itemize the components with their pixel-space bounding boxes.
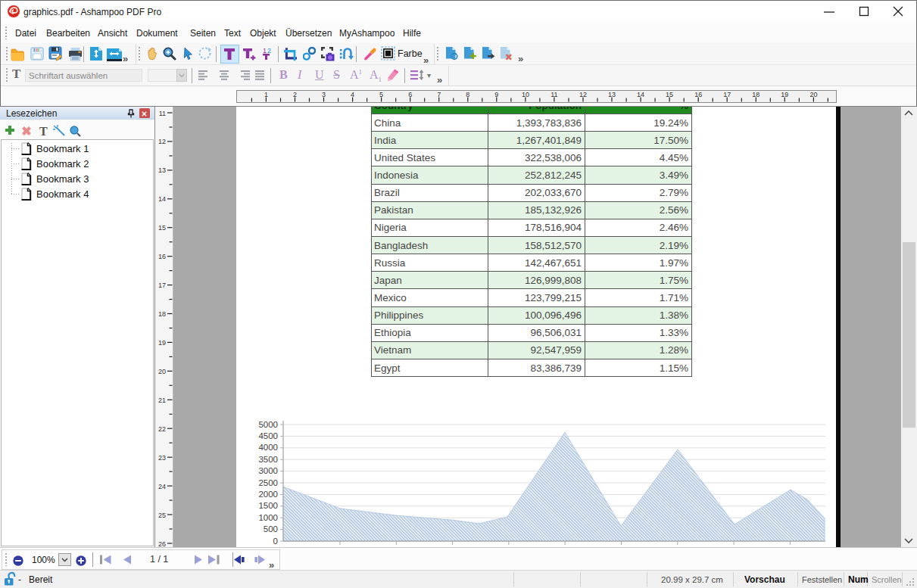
svg-text:3000: 3000 <box>258 466 278 475</box>
svg-text:16: 16 <box>694 91 702 98</box>
svg-text:17: 17 <box>158 282 166 289</box>
svg-text:13: 13 <box>608 91 616 98</box>
svg-text:18: 18 <box>752 91 759 98</box>
svg-text:19: 19 <box>781 91 788 98</box>
svg-text:1: 1 <box>264 91 268 98</box>
svg-text:14: 14 <box>158 195 166 203</box>
svg-text:7: 7 <box>437 91 441 98</box>
svg-text:1500: 1500 <box>258 501 278 510</box>
svg-text:5: 5 <box>379 91 383 98</box>
svg-text:16: 16 <box>158 253 166 260</box>
svg-text:9: 9 <box>494 91 498 98</box>
svg-text:21: 21 <box>158 397 166 404</box>
svg-text:3: 3 <box>322 91 326 98</box>
svg-text:8: 8 <box>466 91 469 98</box>
svg-text:1: 1 <box>263 47 267 54</box>
svg-text:1000: 1000 <box>258 513 278 522</box>
svg-text:11: 11 <box>159 110 166 117</box>
svg-text:25: 25 <box>158 512 166 519</box>
svg-text:2000: 2000 <box>258 490 278 499</box>
svg-text:T: T <box>39 125 48 138</box>
svg-text:5000: 5000 <box>258 420 278 429</box>
svg-text:10: 10 <box>522 91 529 98</box>
svg-text:20: 20 <box>158 368 166 375</box>
svg-text:19: 19 <box>158 339 166 347</box>
svg-text:13: 13 <box>158 166 166 174</box>
svg-text:18: 18 <box>158 310 166 318</box>
svg-text:12: 12 <box>579 91 587 98</box>
svg-text:4: 4 <box>351 91 354 98</box>
svg-text:2: 2 <box>293 91 297 98</box>
svg-text:0: 0 <box>273 537 278 546</box>
svg-text:17: 17 <box>723 91 731 98</box>
svg-text:4000: 4000 <box>258 443 278 452</box>
svg-text:6: 6 <box>408 91 412 98</box>
svg-text:23: 23 <box>158 454 166 462</box>
svg-text:14: 14 <box>637 91 644 98</box>
svg-text:22: 22 <box>158 425 166 433</box>
svg-text:26: 26 <box>158 540 166 548</box>
svg-text:15: 15 <box>158 224 166 232</box>
svg-text:500: 500 <box>264 524 278 534</box>
svg-text:24: 24 <box>158 483 166 490</box>
svg-text:20: 20 <box>809 91 817 98</box>
svg-text:11: 11 <box>551 91 557 98</box>
svg-text:3500: 3500 <box>258 455 278 464</box>
svg-text:15: 15 <box>666 91 673 98</box>
svg-text:12: 12 <box>158 138 166 145</box>
svg-text:2500: 2500 <box>258 478 278 487</box>
svg-text:4500: 4500 <box>258 431 278 440</box>
svg-text:2: 2 <box>267 47 271 54</box>
